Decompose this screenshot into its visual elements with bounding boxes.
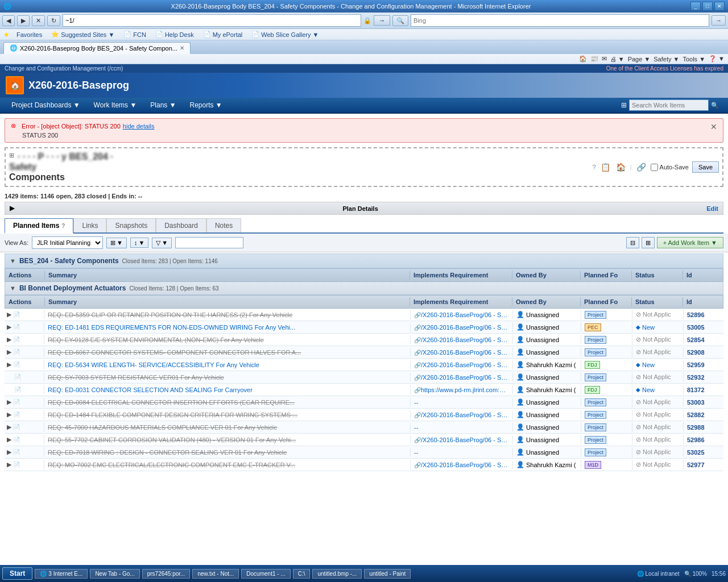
col-header-id[interactable]: Id bbox=[683, 271, 723, 280]
expand-all-button[interactable]: ⊞ bbox=[642, 237, 655, 248]
bing-search-input[interactable] bbox=[411, 14, 709, 27]
col-header-status[interactable]: Status bbox=[632, 271, 683, 280]
implements-link[interactable]: /X260-2016-BaseProg/06 - SU-... bbox=[421, 311, 513, 318]
view-as-select[interactable]: JLR Initial Planning bbox=[32, 236, 103, 249]
ie-feeds-button[interactable]: 📰 bbox=[590, 55, 598, 63]
row-expand-arrow[interactable]: ▶ bbox=[7, 423, 11, 431]
favorites-myeportal[interactable]: 📄 My ePortal bbox=[201, 30, 245, 39]
row-expand-arrow[interactable]: ▶ bbox=[7, 348, 11, 356]
view-expand-button[interactable]: ↕▼ bbox=[130, 238, 148, 248]
ie-print-button[interactable]: 🖨 ▼ bbox=[610, 56, 624, 63]
row-summary[interactable]: REQ: ED-6067 CONNECTOR SYSTEMS- COMPONEN… bbox=[44, 348, 411, 357]
row-summary[interactable]: REQ: ED-1484 FLEXIBLE COMPONENT DESIGN C… bbox=[44, 410, 411, 419]
sub-col-header-status[interactable]: Status bbox=[632, 297, 683, 306]
implements-link[interactable]: /X260-2016-BaseProg/06 - SU-... bbox=[421, 374, 513, 381]
col-header-planned-fo[interactable]: Planned Fo bbox=[581, 271, 632, 280]
row-summary[interactable]: REQ: ED-7018 WIRING : DESIGN - CONNECTOR… bbox=[44, 448, 411, 457]
implements-link[interactable]: /X260-2016-BaseProg/06 - SU-... bbox=[421, 361, 513, 368]
sub-col-header-planned[interactable]: Planned Fo bbox=[581, 297, 632, 306]
ie-tools-button[interactable]: Tools ▼ bbox=[682, 56, 705, 63]
favorites-label[interactable]: Favorites bbox=[14, 31, 44, 39]
browser-tab-main[interactable]: 🌐 X260-2016-Baseprog Body BES_204 - Safe… bbox=[3, 42, 191, 54]
back-button[interactable]: ◀ bbox=[2, 15, 15, 26]
row-expand-arrow[interactable]: ▶ bbox=[7, 336, 11, 343]
group-toggle-arrow[interactable]: ▼ bbox=[10, 257, 16, 264]
sub-col-header-owned[interactable]: Owned By bbox=[512, 297, 581, 306]
stop-button[interactable]: ✕ bbox=[32, 15, 45, 26]
row-summary[interactable]: REQ: ED-1481 EDS REQUIREMENTS FOR NON-ED… bbox=[44, 323, 411, 332]
plan-details-header[interactable]: ▶ Plan Details Edit bbox=[5, 202, 723, 214]
autosave-checkbox[interactable] bbox=[651, 164, 658, 171]
row-expand-arrow[interactable]: ▶ bbox=[7, 411, 11, 418]
row-summary[interactable]: REQ: 45-7000 HAZARDOUS MATERIALS COMPLIA… bbox=[44, 423, 411, 432]
filter-input[interactable] bbox=[175, 237, 243, 248]
implements-link[interactable]: /X260-2016-BaseProg/06 - SU-... bbox=[421, 336, 513, 343]
tab-dashboard[interactable]: Dashboard bbox=[156, 218, 206, 232]
maximize-button[interactable]: □ bbox=[702, 2, 713, 11]
refresh-button[interactable]: ↻ bbox=[47, 15, 60, 26]
address-bar[interactable] bbox=[63, 14, 361, 27]
plan-details-edit-link[interactable]: Edit bbox=[706, 205, 718, 212]
tab-close-button[interactable]: ✕ bbox=[180, 45, 184, 51]
plan-home-button[interactable]: 🏠 bbox=[615, 161, 627, 173]
ie-email-button[interactable]: ✉ bbox=[602, 55, 607, 63]
sub-group-toggle[interactable]: ▼ bbox=[10, 285, 16, 292]
ie-safety-button[interactable]: Safety ▼ bbox=[653, 56, 679, 63]
nav-plans[interactable]: Plans ▼ bbox=[143, 98, 183, 113]
error-hide-link[interactable]: hide details bbox=[123, 123, 155, 130]
implements-link[interactable]: /X260-2016-BaseProg/06 - SU-... bbox=[421, 324, 513, 331]
row-expand-arrow[interactable]: ▶ bbox=[7, 311, 11, 318]
row-summary[interactable]: REQ: SY-7003 SYSTEM RESISTANCE VER01 For… bbox=[44, 373, 411, 382]
sub-col-header-summary[interactable]: Summary bbox=[45, 297, 410, 306]
favorites-helpdesk[interactable]: 📄 Help Desk bbox=[153, 30, 196, 39]
save-button[interactable]: Save bbox=[692, 161, 719, 173]
ie-home-button[interactable]: 🏠 bbox=[579, 55, 587, 63]
plan-copy-button[interactable]: 📋 bbox=[599, 161, 611, 173]
row-expand-arrow[interactable]: ▶ bbox=[7, 398, 11, 406]
add-work-item-button[interactable]: + Add Work Item ▼ bbox=[657, 237, 723, 248]
implements-link[interactable]: /X260-2016-BaseProg/06 - SU-... bbox=[421, 462, 513, 468]
go-button[interactable]: → bbox=[374, 15, 390, 26]
col-header-owned-by[interactable]: Owned By bbox=[512, 271, 581, 280]
tab-snapshots[interactable]: Snapshots bbox=[106, 218, 156, 232]
row-expand-arrow[interactable]: ▶ bbox=[7, 436, 11, 443]
minimize-button[interactable]: _ bbox=[690, 2, 701, 11]
row-summary[interactable]: REQ: ED-5634 WIRE LENGTH- SERVICE/ACCESS… bbox=[44, 360, 411, 369]
sub-col-header-implements[interactable]: Implements Requirement bbox=[410, 297, 512, 306]
nav-reports[interactable]: Reports ▼ bbox=[183, 98, 229, 113]
ie-page-button[interactable]: Page ▼ bbox=[628, 56, 651, 63]
row-summary[interactable]: REQ: ED-0084 ELECTRICAL CONNECTOR INSERT… bbox=[44, 398, 411, 407]
plan-link-button[interactable]: 🔗 bbox=[635, 161, 647, 173]
row-summary[interactable]: REQ: EY-0128 E/E SYSTEM ENVIRONMENTAL (N… bbox=[44, 335, 411, 344]
implements-link[interactable]: /X260-2016-BaseProg/06 - SU-... bbox=[421, 349, 513, 356]
app-logo[interactable]: 🏠 bbox=[6, 76, 24, 94]
row-expand-arrow[interactable]: ▶ bbox=[7, 461, 11, 468]
view-grid-button[interactable]: ⊞▼ bbox=[106, 238, 127, 248]
col-header-implements[interactable]: Implements Requirement bbox=[410, 271, 512, 280]
row-summary[interactable]: REQ: ED-5359 CLIP OR RETAINER POSITION O… bbox=[44, 310, 411, 319]
favorites-webslice[interactable]: 📄 Web Slice Gallery ▼ bbox=[249, 30, 321, 39]
tab-links[interactable]: Links bbox=[73, 218, 106, 232]
row-summary[interactable]: REQ: 55-7702 CABINET CORROSION VALIDATIO… bbox=[44, 435, 411, 444]
row-expand-arrow[interactable]: ▶ bbox=[7, 361, 11, 368]
error-close-button[interactable]: ✕ bbox=[710, 122, 717, 131]
tab-notes[interactable]: Notes bbox=[206, 218, 241, 232]
view-filter-button[interactable]: ▽▼ bbox=[152, 238, 172, 248]
implements-link[interactable]: https://www.pd-rm.jlrint.com:4-... bbox=[421, 386, 510, 393]
row-summary[interactable]: REQ: MO-7002 EMC ELECTRICAL/ELECTRONIC C… bbox=[44, 460, 411, 469]
nav-work-items[interactable]: Work Items ▼ bbox=[87, 98, 144, 113]
nav-project-dashboards[interactable]: Project Dashboards ▼ bbox=[5, 98, 87, 113]
tab-planned-items[interactable]: Planned Items ? bbox=[5, 218, 73, 234]
ie-help-button[interactable]: ❓ ▼ bbox=[709, 55, 725, 63]
close-button[interactable]: ✕ bbox=[714, 2, 725, 11]
nav-search-input[interactable] bbox=[629, 99, 709, 111]
implements-link[interactable]: /X260-2016-BaseProg/06 - SU-... bbox=[421, 436, 513, 443]
nav-search-submit-icon[interactable]: 🔍 bbox=[711, 102, 719, 109]
row-summary[interactable]: REQ: ED-0031 CONNECTOR SELECTION AND SEA… bbox=[44, 385, 411, 394]
col-header-summary[interactable]: Summary bbox=[45, 271, 410, 280]
forward-button[interactable]: ▶ bbox=[17, 15, 30, 26]
collapse-all-button[interactable]: ⊟ bbox=[626, 237, 639, 248]
favorites-fcn[interactable]: 📄 FCN bbox=[121, 30, 148, 39]
implements-link[interactable]: /X260-2016-BaseProg/06 - SU-... bbox=[421, 411, 513, 418]
row-expand-arrow[interactable]: ▶ bbox=[7, 448, 11, 456]
